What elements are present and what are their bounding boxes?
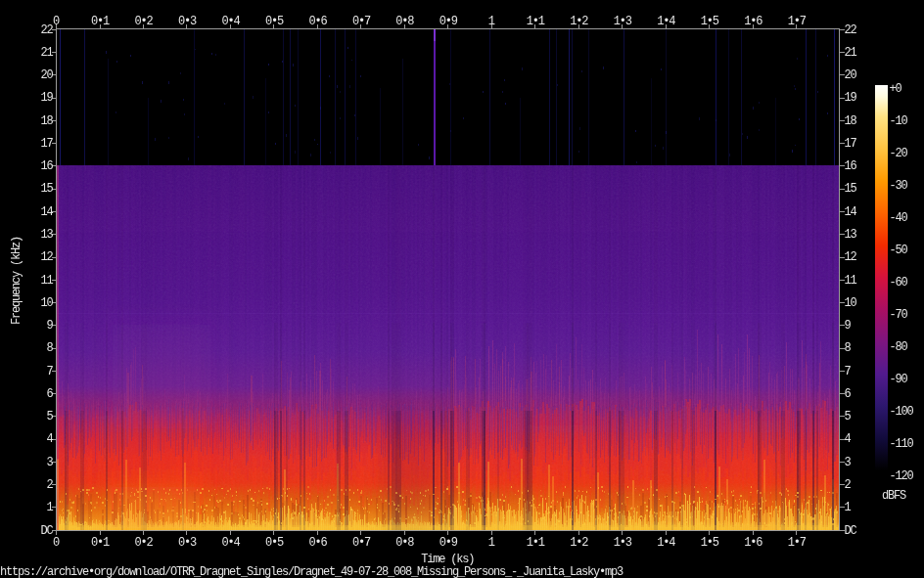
svg-text:8: 8 — [845, 341, 852, 355]
svg-text:19: 19 — [40, 91, 53, 105]
svg-text:18: 18 — [845, 114, 857, 128]
svg-text:5: 5 — [845, 410, 852, 423]
svg-text:DC: DC — [845, 524, 857, 538]
svg-text:12: 12 — [40, 250, 53, 264]
svg-text:22: 22 — [40, 23, 53, 37]
svg-text:0•5: 0•5 — [265, 15, 284, 28]
svg-text:-30: -30 — [890, 179, 908, 193]
svg-text:17: 17 — [40, 137, 53, 151]
svg-text:1: 1 — [488, 536, 495, 550]
svg-text:DC: DC — [40, 524, 53, 538]
svg-text:20: 20 — [40, 68, 53, 82]
svg-text:Frequency (kHz): Frequency (kHz) — [10, 237, 23, 325]
svg-text:-60: -60 — [890, 276, 908, 289]
svg-text:1•6: 1•6 — [744, 15, 762, 28]
svg-text:3: 3 — [845, 456, 852, 469]
svg-text:0: 0 — [53, 536, 60, 550]
svg-text:8: 8 — [46, 341, 53, 355]
svg-text:-120: -120 — [890, 469, 914, 483]
svg-text:4: 4 — [845, 432, 852, 446]
svg-text:-90: -90 — [890, 373, 908, 386]
svg-text:0•2: 0•2 — [134, 536, 153, 550]
svg-text:11: 11 — [40, 274, 53, 288]
svg-text:7: 7 — [46, 365, 53, 378]
svg-text:3: 3 — [46, 456, 53, 469]
svg-text:1•6: 1•6 — [744, 536, 762, 550]
svg-text:-110: -110 — [890, 437, 914, 451]
svg-text:7: 7 — [845, 365, 852, 378]
svg-text:1•3: 1•3 — [614, 15, 632, 28]
svg-text:21: 21 — [40, 46, 53, 60]
svg-text:16: 16 — [845, 159, 857, 173]
svg-text:15: 15 — [845, 182, 857, 196]
svg-text:0•8: 0•8 — [395, 15, 414, 28]
svg-text:dBFS: dBFS — [882, 489, 906, 503]
svg-text:0•9: 0•9 — [439, 536, 458, 550]
svg-text:1•4: 1•4 — [657, 15, 675, 28]
svg-text:15: 15 — [40, 182, 53, 196]
svg-text:0: 0 — [53, 15, 60, 28]
svg-text:16: 16 — [40, 159, 53, 173]
svg-text:17: 17 — [845, 137, 857, 151]
svg-text:1•1: 1•1 — [527, 536, 545, 550]
svg-text:-10: -10 — [890, 114, 908, 128]
svg-text:6: 6 — [845, 387, 852, 401]
svg-text:0•6: 0•6 — [308, 536, 327, 550]
svg-text:1•7: 1•7 — [788, 536, 807, 550]
svg-text:-100: -100 — [890, 405, 914, 419]
svg-text:0•2: 0•2 — [134, 15, 153, 28]
svg-text:12: 12 — [845, 250, 857, 264]
svg-text:4: 4 — [46, 432, 53, 446]
svg-text:-20: -20 — [890, 147, 908, 160]
svg-text:10: 10 — [40, 296, 53, 310]
svg-text:0•7: 0•7 — [352, 15, 371, 28]
svg-text:+0: +0 — [890, 82, 902, 96]
svg-text:0•9: 0•9 — [439, 15, 458, 28]
svg-text:0•8: 0•8 — [395, 536, 414, 550]
svg-text:9: 9 — [46, 319, 53, 333]
svg-text:18: 18 — [40, 114, 53, 128]
svg-text:-40: -40 — [890, 211, 908, 225]
svg-text:0•4: 0•4 — [221, 15, 240, 28]
svg-text:1: 1 — [845, 501, 852, 514]
svg-text:1: 1 — [46, 501, 53, 514]
svg-text:1•7: 1•7 — [788, 15, 807, 28]
svg-text:14: 14 — [845, 205, 857, 219]
svg-text:0•3: 0•3 — [178, 536, 197, 550]
svg-text:1•2: 1•2 — [570, 536, 588, 550]
svg-text:-50: -50 — [890, 244, 908, 257]
svg-text:20: 20 — [845, 68, 857, 82]
svg-text:9: 9 — [845, 319, 852, 333]
svg-text:19: 19 — [845, 91, 857, 105]
svg-text:0•1: 0•1 — [91, 15, 110, 28]
svg-text:21: 21 — [845, 46, 857, 60]
svg-text:-70: -70 — [890, 308, 908, 322]
svg-text:0•5: 0•5 — [265, 536, 284, 550]
svg-text:5: 5 — [46, 410, 53, 423]
svg-text:1•5: 1•5 — [701, 15, 719, 28]
svg-text:-80: -80 — [890, 340, 908, 354]
svg-text:https://archive•org/download/O: https://archive•org/download/OTRR_Dragne… — [0, 565, 624, 578]
svg-text:6: 6 — [46, 387, 53, 401]
svg-text:22: 22 — [845, 23, 857, 37]
svg-text:0•3: 0•3 — [178, 15, 197, 28]
svg-text:2: 2 — [46, 478, 53, 492]
svg-text:1•3: 1•3 — [614, 536, 632, 550]
svg-text:0•4: 0•4 — [221, 536, 240, 550]
svg-text:14: 14 — [40, 205, 53, 219]
svg-text:1•1: 1•1 — [527, 15, 545, 28]
svg-text:0•7: 0•7 — [352, 536, 371, 550]
svg-text:10: 10 — [845, 296, 857, 310]
svg-text:1: 1 — [488, 15, 495, 28]
svg-text:11: 11 — [845, 274, 857, 288]
svg-text:2: 2 — [845, 478, 852, 492]
svg-text:1•5: 1•5 — [701, 536, 719, 550]
svg-text:1•4: 1•4 — [657, 536, 675, 550]
svg-text:1•2: 1•2 — [570, 15, 588, 28]
svg-text:0•1: 0•1 — [91, 536, 110, 550]
svg-text:13: 13 — [845, 228, 857, 242]
svg-text:13: 13 — [40, 228, 53, 242]
svg-text:0•6: 0•6 — [308, 15, 327, 28]
